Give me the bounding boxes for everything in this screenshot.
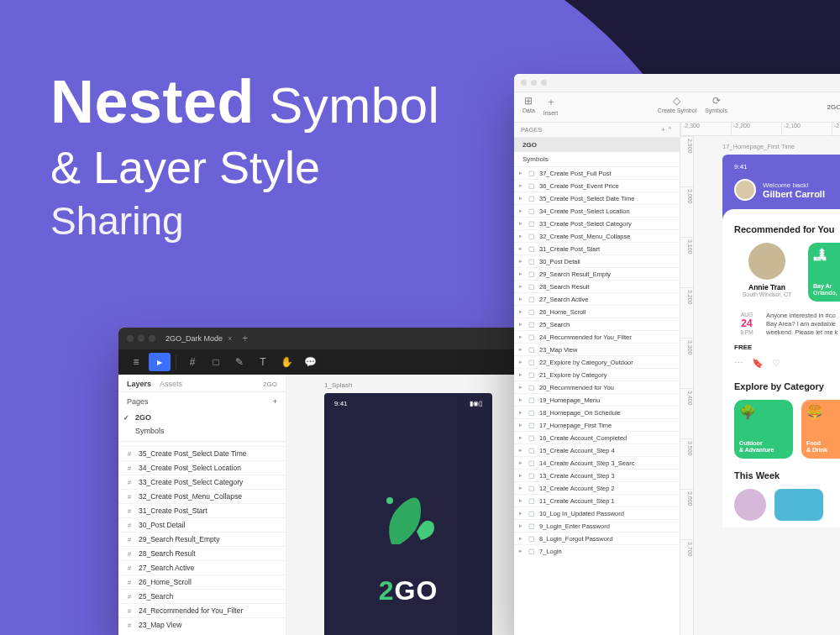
dark-canvas[interactable]: 1_Splash 9:41 ▮◉▯ 2GO — [286, 375, 530, 635]
shape-tool[interactable]: □ — [205, 353, 227, 371]
layer-row[interactable]: ▸▢20_Recommended for You — [514, 380, 680, 393]
chevron-right-icon[interactable]: ▸ — [519, 220, 524, 227]
post-item[interactable]: AUG 24 8 PM Anyone interested in #co Bay… — [734, 312, 840, 337]
chevron-right-icon[interactable]: ▸ — [519, 447, 524, 454]
move-tool[interactable]: ▸ — [149, 353, 171, 371]
layer-row[interactable]: #35_Create Post_Select Date Time — [118, 446, 286, 460]
homepage-artboard[interactable]: 9:41 ••• Welcome back! Gilbert Carroll — [722, 155, 840, 527]
layer-row[interactable]: #25_Search — [118, 589, 286, 603]
person-avatar[interactable] — [734, 489, 766, 521]
light-canvas[interactable]: -2,300-2,200-2,100-2,000 2,9003,0003,100… — [680, 123, 840, 635]
menu-icon[interactable]: ≡ — [125, 353, 147, 371]
chevron-right-icon[interactable]: ▸ — [519, 371, 524, 378]
insert-tool[interactable]: ＋Insert — [543, 95, 559, 116]
layer-row[interactable]: ▸▢30_Post Detail — [514, 255, 680, 267]
comment-tool[interactable]: 💬 — [299, 353, 321, 371]
layer-row[interactable]: ▸▢23_Map View — [514, 343, 680, 355]
chevron-right-icon[interactable]: ▸ — [519, 359, 524, 365]
chevron-right-icon[interactable]: ▸ — [519, 195, 524, 202]
layer-row[interactable]: ▸▢17_Homepage_First Time — [514, 418, 680, 431]
chevron-right-icon[interactable]: ▸ — [519, 409, 524, 416]
page-item[interactable]: 2GO — [118, 411, 286, 424]
chevron-right-icon[interactable]: ▸ — [519, 422, 524, 428]
layer-row[interactable]: ▸▢18_Homepage_On Schedule — [514, 406, 680, 418]
layer-row[interactable]: ▸▢10_Log In_Updated Password — [514, 506, 680, 519]
page-item[interactable]: Symbols — [118, 424, 286, 438]
layer-row[interactable]: #29_Search Result_Empty — [118, 532, 286, 546]
chevron-right-icon[interactable]: ▸ — [519, 270, 524, 277]
layer-row[interactable]: #34_Create Post_Select Location — [118, 460, 286, 475]
layer-row[interactable]: #31_Create Post_Start — [118, 503, 286, 517]
layer-row[interactable]: ▸▢24_Recommended for You_Filter — [514, 330, 680, 343]
chevron-right-icon[interactable]: ▸ — [519, 459, 524, 466]
chevron-right-icon[interactable]: ▸ — [519, 308, 524, 315]
add-page-icon[interactable]: + — [662, 126, 665, 134]
chevron-right-icon[interactable]: ▸ — [519, 170, 524, 176]
chevron-right-icon[interactable]: ▸ — [519, 207, 524, 214]
chevron-right-icon[interactable]: ▸ — [519, 472, 524, 479]
layer-row[interactable]: ▸▢35_Create Post_Select Date Time — [514, 192, 680, 204]
layer-row[interactable]: #24_Recommended for You_Filter — [118, 603, 286, 617]
chevron-right-icon[interactable]: ▸ — [519, 333, 524, 340]
heart-icon[interactable]: ♡ — [772, 358, 780, 370]
layer-row[interactable]: #30_Post Detail — [118, 517, 286, 532]
layer-row[interactable]: #28_Search Result — [118, 546, 286, 560]
layer-row[interactable]: ▸▢14_Create Account_Step 3_Searc — [514, 456, 680, 469]
layers-tab[interactable]: Layers — [127, 380, 151, 388]
layer-row[interactable]: #23_Map View — [118, 617, 286, 632]
layer-row[interactable]: #32_Create Post_Menu_Collapse — [118, 489, 286, 503]
pen-tool[interactable]: ✎ — [228, 353, 250, 371]
page-item[interactable]: Symbols — [514, 152, 680, 166]
category-card[interactable]: 🌳 Outdoor& Advanture — [734, 400, 793, 459]
layer-row[interactable]: ▸▢32_Create Post_Menu_Collapse — [514, 229, 680, 242]
frame-tool[interactable]: # — [181, 353, 203, 371]
chevron-right-icon[interactable]: ▸ — [519, 245, 524, 252]
chevron-right-icon[interactable]: ▸ — [519, 233, 524, 239]
layer-row[interactable]: ▸▢19_Homepage_Menu — [514, 393, 680, 406]
traffic-lights[interactable] — [127, 335, 155, 342]
category-card[interactable]: 🍔 Food& Drink — [801, 400, 840, 459]
layer-row[interactable]: ▸▢16_Create Account_Completed — [514, 431, 680, 443]
layer-row[interactable]: ▸▢7_Login — [514, 544, 680, 557]
layer-row[interactable]: ▸▢15_Create Account_Step 4 — [514, 443, 680, 456]
chevron-right-icon[interactable]: ▸ — [519, 434, 524, 441]
hand-tool[interactable]: ✋ — [276, 353, 297, 371]
layer-row[interactable]: ▸▢22_Explore by Category_Outdoor — [514, 355, 680, 368]
phone-artboard[interactable]: 9:41 ▮◉▯ 2GO — [324, 393, 492, 635]
layer-row[interactable]: ▸▢9_Login_Enter Password — [514, 519, 680, 532]
layer-row[interactable]: ▸▢13_Create Account_Step 3 — [514, 469, 680, 481]
more-icon[interactable]: ⋯ — [734, 358, 743, 370]
chevron-right-icon[interactable]: ▸ — [519, 182, 524, 189]
category-card[interactable]: 🏞 Bay Ar Orlando, — [808, 243, 840, 302]
layer-row[interactable]: ▸▢34_Create Post_Select Location — [514, 204, 680, 217]
layer-row[interactable]: ▸▢33_Create Post_Select Category — [514, 217, 680, 229]
layer-row[interactable]: ▸▢29_Search Result_Empty — [514, 267, 680, 280]
layer-row[interactable]: #33_Create Post_Select Category — [118, 475, 286, 489]
person-card[interactable]: Annie Tran South Windsor, CT — [734, 243, 800, 302]
layer-row[interactable]: #27_Search Active — [118, 560, 286, 575]
layer-row[interactable]: #26_Home_Scroll — [118, 575, 286, 589]
user-avatar[interactable] — [734, 179, 756, 201]
chevron-right-icon[interactable]: ▸ — [519, 497, 524, 504]
layer-row[interactable]: ▸▢31_Create Post_Start — [514, 242, 680, 255]
chevron-right-icon[interactable]: ▸ — [519, 396, 524, 403]
week-card[interactable] — [774, 489, 823, 521]
bookmark-icon[interactable]: 🔖 — [752, 358, 764, 370]
layer-row[interactable]: ▸▢26_Home_Scroll — [514, 305, 680, 318]
chevron-right-icon[interactable]: ▸ — [519, 535, 524, 542]
chevron-right-icon[interactable]: ▸ — [519, 346, 524, 353]
layer-row[interactable]: ▸▢21_Explore by Category — [514, 368, 680, 380]
chevron-right-icon[interactable]: ▸ — [519, 384, 524, 391]
collapse-pages-icon[interactable]: ⌃ — [667, 126, 673, 134]
layer-row[interactable]: ▸▢8_Login_Forgot Password — [514, 532, 680, 544]
chevron-right-icon[interactable]: ▸ — [519, 258, 524, 265]
close-tab-icon[interactable]: × — [228, 334, 232, 343]
create-symbol-tool[interactable]: ◇Create Symbol — [658, 95, 696, 113]
symbols-tool[interactable]: ⟳Symbols — [705, 95, 727, 113]
layer-row[interactable]: ▸▢28_Search Result — [514, 280, 680, 292]
chevron-right-icon[interactable]: ▸ — [519, 321, 524, 328]
chevron-right-icon[interactable]: ▸ — [519, 548, 524, 554]
layer-row[interactable]: ▸▢25_Search — [514, 318, 680, 330]
chevron-right-icon[interactable]: ▸ — [519, 522, 524, 529]
add-page-icon[interactable]: + — [273, 397, 277, 406]
